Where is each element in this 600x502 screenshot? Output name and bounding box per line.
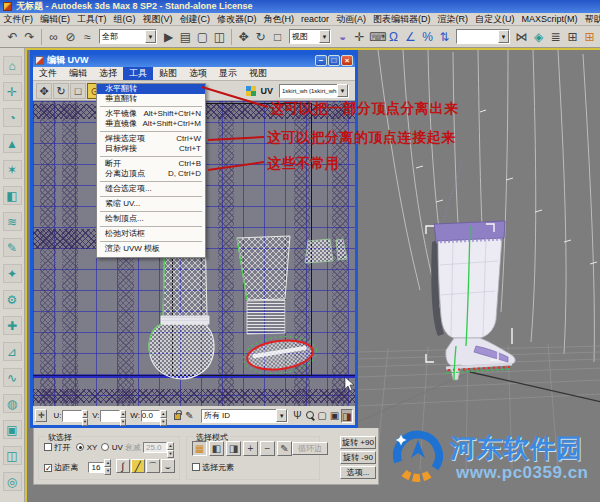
falloff-linear-icon[interactable]: ╱ xyxy=(131,459,145,473)
app-menu-item[interactable]: 自定义(U) xyxy=(472,13,519,26)
menu-item[interactable]: 缝合选定项... xyxy=(97,184,205,194)
select-and-link-icon[interactable]: ∞ xyxy=(45,28,62,45)
spinner-snap-icon[interactable]: ⇅ xyxy=(436,28,453,45)
redo-icon[interactable]: ↷ xyxy=(21,28,38,45)
star-icon[interactable]: ✶ xyxy=(3,160,22,179)
edge-distance-checkbox[interactable]: ✓ xyxy=(44,464,52,472)
w-input[interactable]: 0.0 xyxy=(141,410,160,422)
rotate-icon[interactable]: ↻ xyxy=(53,83,69,99)
texture-dropdown[interactable]: 1skirt_wh (1skirt_wh.dds ▼ xyxy=(279,84,349,98)
uvw-menu-mapping[interactable]: 贴图 xyxy=(153,67,183,80)
uvw-menu-edit[interactable]: 编辑 xyxy=(63,67,93,80)
app-menu-item[interactable]: reactor xyxy=(298,14,333,24)
uvw-menu-options[interactable]: 选项 xyxy=(183,67,213,80)
menu-item[interactable]: 分离边顶点D, Ctrl+D xyxy=(97,169,205,179)
menu-item[interactable]: 目标焊接Ctrl+T xyxy=(97,144,205,154)
undo-icon[interactable]: ↶ xyxy=(4,28,21,45)
lock-icon[interactable] xyxy=(174,413,182,420)
v-input[interactable] xyxy=(100,410,119,422)
maximize-button[interactable]: □ xyxy=(328,55,340,66)
soft-selection-on-checkbox[interactable] xyxy=(44,443,52,451)
chevron-down-icon[interactable]: ▼ xyxy=(319,30,330,43)
menu-item[interactable]: 松弛对话框 xyxy=(97,229,205,239)
percent-snap-icon[interactable]: % xyxy=(419,28,436,45)
reference-coordsys-dropdown[interactable]: 视图▼ xyxy=(289,29,331,44)
uvw-titlebar[interactable]: 编辑 UVW − □ × xyxy=(33,53,355,67)
grid-icon[interactable]: ▣ xyxy=(3,420,22,439)
show-map-icon[interactable] xyxy=(246,86,251,91)
manipulate-icon[interactable]: ✛ xyxy=(3,82,22,101)
rotate-minus90-button[interactable]: 旋转 -90 xyxy=(340,451,376,464)
pan-icon[interactable]: Ψ xyxy=(291,409,303,423)
uv-radio[interactable] xyxy=(101,443,109,451)
app-menu-item[interactable]: 编辑(E) xyxy=(37,13,74,26)
menu-item[interactable]: 垂直镜像Alt+Shift+Ctrl+M xyxy=(97,119,205,129)
schematic-view-icon[interactable]: ⊞ xyxy=(581,28,598,45)
u-spinner[interactable]: ▲▼ xyxy=(82,410,89,422)
zoom-icon[interactable] xyxy=(304,409,316,423)
sphere-icon[interactable]: ◍ xyxy=(3,394,22,413)
absolute-offset-toggle[interactable]: ✛ xyxy=(35,409,47,422)
window-tool-icon[interactable]: ◫ xyxy=(3,446,22,465)
uvw-menu-file[interactable]: 文件 xyxy=(33,67,63,80)
menu-item[interactable]: 绘制顶点... xyxy=(97,214,205,224)
app-menu-item[interactable]: 组(G) xyxy=(110,13,139,26)
chevron-down-icon[interactable]: ▼ xyxy=(145,30,156,43)
select-manipulate-icon[interactable]: ✛ xyxy=(351,28,368,45)
options-button[interactable]: 选项... xyxy=(340,466,376,479)
grow-selection-button[interactable]: + xyxy=(243,441,258,456)
minimize-button[interactable]: − xyxy=(315,55,327,66)
falloff-slow-icon[interactable]: ⌒ xyxy=(146,459,160,473)
menu-item[interactable]: 渲染 UVW 模板 xyxy=(97,244,205,254)
brush-icon[interactable]: ✎ xyxy=(185,410,193,421)
angle-snap-icon[interactable]: ∠ xyxy=(402,28,419,45)
xy-radio[interactable] xyxy=(76,443,84,451)
selection-filter-dropdown[interactable]: 全部▼ xyxy=(99,29,157,44)
zoom-extents-icon[interactable]: ▣ xyxy=(328,409,340,423)
unlink-selection-icon[interactable]: ⊘ xyxy=(62,28,79,45)
edge-distance-input[interactable]: 16 xyxy=(88,462,104,473)
shrink-selection-button[interactable]: − xyxy=(260,441,275,456)
use-pivot-center-icon[interactable]: ◒ xyxy=(334,28,351,45)
cone-icon[interactable]: ▲ xyxy=(3,134,22,153)
plus-icon[interactable]: ✚ xyxy=(3,316,22,335)
app-menu-item[interactable]: 文件(F) xyxy=(0,13,37,26)
menu-item[interactable]: 断开Ctrl+B xyxy=(97,159,205,169)
pencil-icon[interactable]: ✎ xyxy=(3,238,22,257)
window-crossing-icon[interactable]: ◫ xyxy=(211,28,228,45)
menu-item[interactable]: 垂直翻转 xyxy=(97,94,205,104)
mirror-icon[interactable]: ⋈ xyxy=(513,28,530,45)
falloff-fast-icon[interactable]: ⌣ xyxy=(161,459,175,473)
app-menu-item[interactable]: 角色(H) xyxy=(260,13,298,26)
target-icon[interactable]: ◎ xyxy=(3,472,22,491)
v-spinner[interactable]: ▲▼ xyxy=(120,410,127,422)
u-input[interactable] xyxy=(62,410,81,422)
menu-item[interactable]: 水平镜像Alt+Shift+Ctrl+N xyxy=(97,109,205,119)
select-by-name-icon[interactable]: ▤ xyxy=(177,28,194,45)
curve-editor-icon[interactable]: ⊞ xyxy=(564,28,581,45)
scale-icon[interactable]: □ xyxy=(70,83,86,99)
select-move-icon[interactable]: ✥ xyxy=(235,28,252,45)
keyboard-override-icon[interactable]: ⌨ xyxy=(368,28,385,45)
menu-item[interactable]: 水平翻转 xyxy=(97,84,205,94)
chevron-down-icon[interactable]: ▼ xyxy=(276,409,287,422)
select-object-icon[interactable]: ▶ xyxy=(160,28,177,45)
chevron-down-icon[interactable]: ▼ xyxy=(337,84,348,97)
w-spinner[interactable]: ▲▼ xyxy=(160,410,167,422)
uvw-menu-view[interactable]: 视图 xyxy=(243,67,273,80)
snap-toggle-icon[interactable]: Ω xyxy=(385,28,402,45)
app-menu-item[interactable]: 动画(A) xyxy=(333,13,370,26)
falloff-smooth-icon[interactable]: ∫ xyxy=(116,459,130,473)
gear-icon[interactable]: ⚙ xyxy=(3,290,22,309)
app-menu-item[interactable]: 创建(C) xyxy=(176,13,214,26)
chevron-down-icon[interactable]: ▼ xyxy=(498,30,509,43)
edge-distance-spinner[interactable]: ▲▼ xyxy=(104,459,111,471)
triangle-tool-icon[interactable]: ⊿ xyxy=(3,342,22,361)
app-menu-item[interactable]: 修改器(D) xyxy=(214,13,261,26)
menu-item[interactable]: 焊接选定项Ctrl+W xyxy=(97,134,205,144)
move-icon[interactable]: ✥ xyxy=(36,83,52,99)
select-scale-icon[interactable]: □ xyxy=(269,28,286,45)
stack-icon[interactable]: ≋ xyxy=(3,212,22,231)
uvw-menu-display[interactable]: 显示 xyxy=(213,67,243,80)
sparkle-icon[interactable]: ✦ xyxy=(3,264,22,283)
